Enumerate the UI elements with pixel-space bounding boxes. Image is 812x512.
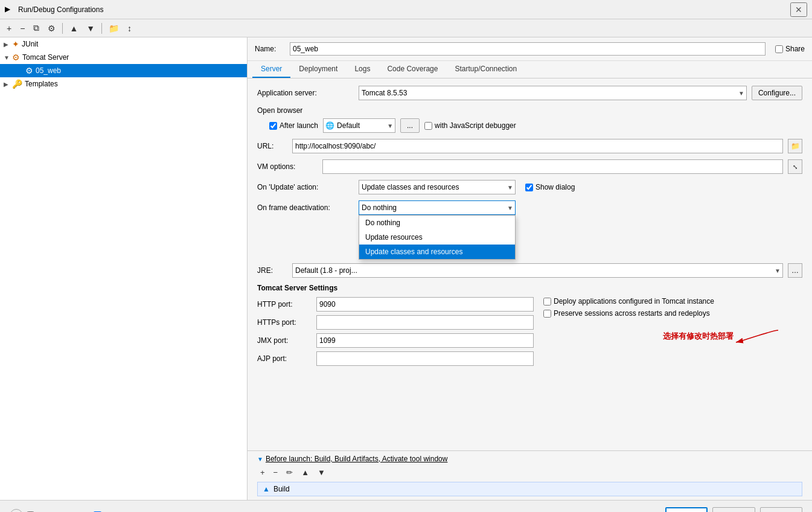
tab-logs[interactable]: Logs [346,61,379,78]
vm-expand-button[interactable]: ⤡ [788,159,802,174]
build-item: ▲ Build [257,482,802,496]
junit-icon: ✦ [12,39,19,49]
move-down-button[interactable]: ▼ [83,22,98,35]
ok-button[interactable]: OK [665,507,708,513]
annotation: 选择有修改时热部署 [663,327,784,345]
annotation-arrow-svg [736,327,784,345]
before-launch-toolbar: + − ✏ ▲ ▼ [257,467,802,478]
tab-deployment[interactable]: Deployment [290,61,346,78]
toolbar-sep2 [101,23,102,34]
junit-label: JUnit [22,40,38,48]
frame-select-wrapper: Do nothing ▼ Do nothing Update resources… [359,200,516,215]
http-port-input[interactable] [316,297,534,312]
configure-button[interactable]: Configure... [752,86,802,100]
apply-button[interactable]: Apply [760,507,802,513]
tomcat-label: Tomcat Server [22,53,69,62]
app-server-select[interactable]: Tomcat 8.5.53 [359,86,747,100]
tab-startup[interactable]: Startup/Connection [446,61,525,78]
http-port-label: HTTP port: [257,300,312,309]
on-update-label: On 'Update' action: [257,183,354,191]
tomcat-arrow: ▼ [4,54,12,61]
url-row: URL: 📁 [257,139,802,153]
jre-button[interactable]: … [788,263,802,278]
tree-item-tomcat[interactable]: ▼ ⚙ Tomcat Server [0,51,247,64]
show-dialog-text: Show dialog [535,183,575,191]
bl-add-button[interactable]: + [257,467,268,478]
help-button[interactable]: ? [10,509,23,513]
before-launch-section: ▼ Before launch: Build, Build Artifacts,… [248,450,812,500]
web-label: 05_web [36,66,61,75]
dropdown-item-classes[interactable]: Update classes and resources [359,245,515,259]
jre-label: JRE: [257,266,287,275]
tree-item-templates[interactable]: ▶ 🔑 Templates [0,77,247,91]
browser-select-wrapper: Default 🌐 ▼ [323,118,395,133]
url-folder-button[interactable]: 📁 [788,139,802,153]
left-panel: ▶ ✦ JUnit ▼ ⚙ Tomcat Server ⚙ 05_web ▶ 🔑… [0,37,248,500]
deploy-label[interactable]: Deploy applications configured in Tomcat… [543,297,802,306]
tree-item-web[interactable]: ⚙ 05_web [0,64,247,77]
https-port-label: HTTPs port: [257,318,312,327]
url-input[interactable] [292,139,783,153]
on-update-select-wrapper: Update classes and resources Do nothing … [359,180,516,194]
tab-server[interactable]: Server [252,61,290,78]
js-debugger-checkbox[interactable] [424,122,432,130]
build-label: Build [273,485,290,493]
bl-up-button[interactable]: ▲ [298,467,312,478]
deploy-checkbox[interactable] [543,298,551,306]
on-frame-row: On frame deactivation: Do nothing ▼ Do n… [257,200,802,215]
folder-button[interactable]: 📁 [106,22,122,35]
dropdown-item-resources[interactable]: Update resources [359,230,515,245]
add-config-button[interactable]: + [4,22,14,35]
jre-select[interactable]: Default (1.8 - proj... [292,263,783,278]
frame-selected-value: Do nothing [362,203,397,212]
browser-ellipsis-button[interactable]: ... [400,118,420,133]
tabs-bar: Server Deployment Logs Code Coverage Sta… [248,61,812,78]
port-grid: HTTP port: HTTPs port: JMX port: AJP por… [257,297,534,366]
app-icon: ▶ [5,5,14,14]
on-frame-label: On frame deactivation: [257,203,354,212]
show-dialog-label[interactable]: Show dialog [525,183,575,191]
open-browser-section: Open browser After launch Default 🌐 ▼ ..… [257,106,802,133]
preserve-label[interactable]: Preserve sessions across restarts and re… [543,309,802,318]
frame-arrow-icon: ▼ [507,205,513,211]
tomcat-icon: ⚙ [12,53,20,62]
app-server-row: Application server: Tomcat 8.5.53 ▼ Conf… [257,86,802,100]
settings-button[interactable]: ⚙ [45,22,59,35]
jmx-port-input[interactable] [316,333,534,348]
copy-config-button[interactable]: ⧉ [30,21,42,35]
vm-options-row: VM options: ⤡ [257,159,802,174]
share-checkbox[interactable] [775,45,783,53]
remove-config-button[interactable]: − [17,22,28,35]
sort-button[interactable]: ↕ [124,22,135,35]
ajp-port-label: AJP port: [257,354,312,363]
ajp-port-input[interactable] [316,351,534,366]
bl-edit-button[interactable]: ✏ [283,467,296,478]
bottom-right: OK Cancel Apply [665,507,802,513]
main-container: ▶ ✦ JUnit ▼ ⚙ Tomcat Server ⚙ 05_web ▶ 🔑… [0,37,812,500]
bl-down-button[interactable]: ▼ [315,467,328,478]
after-launch-checkbox[interactable] [269,122,277,130]
browser-row: After launch Default 🌐 ▼ ... with JavaSc… [269,118,802,133]
move-up-button[interactable]: ▲ [66,22,81,35]
dropdown-item-nothing[interactable]: Do nothing [359,216,515,230]
tab-code-coverage[interactable]: Code Coverage [379,61,446,78]
show-dialog-checkbox[interactable] [525,184,533,191]
frame-select-display[interactable]: Do nothing ▼ [359,200,516,215]
close-button[interactable]: ✕ [790,2,807,17]
templates-label: Templates [25,80,58,88]
bl-remove-button[interactable]: − [270,467,281,478]
templates-icon: 🔑 [12,79,22,89]
cancel-button[interactable]: Cancel [712,507,755,513]
preserve-text: Preserve sessions across restarts and re… [554,309,710,318]
vm-options-input[interactable] [322,159,783,174]
on-update-select[interactable]: Update classes and resources Do nothing … [359,180,516,194]
browser-select[interactable]: Default [323,118,395,133]
js-debugger-label[interactable]: with JavaScript debugger [424,121,516,130]
https-port-input[interactable] [316,315,534,330]
preserve-checkbox[interactable] [543,310,551,318]
name-input[interactable] [290,42,766,56]
after-launch-label[interactable]: After launch [269,121,318,130]
open-browser-title: Open browser [257,106,802,115]
web-icon: ⚙ [25,66,33,75]
tree-item-junit[interactable]: ▶ ✦ JUnit [0,37,247,51]
